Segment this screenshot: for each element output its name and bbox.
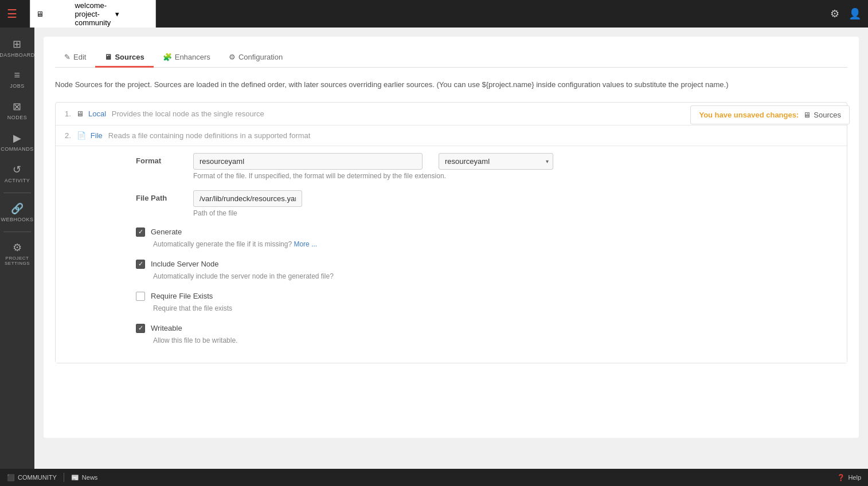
generate-more-link[interactable]: More ... bbox=[294, 240, 317, 248]
main-content: You have unsaved changes: 🖥 Sources ✎ Ed… bbox=[34, 28, 868, 469]
news-label: News bbox=[82, 474, 98, 481]
format-row: Format resourceyaml resourcexml bbox=[136, 153, 801, 180]
sidebar-item-commands[interactable]: ▶ COMMANDS bbox=[0, 126, 34, 158]
tab-edit[interactable]: ✎ Edit bbox=[55, 48, 95, 68]
sidebar-label-webhooks: WEBHOOKS bbox=[1, 217, 33, 222]
sidebar: ⊞ DASHBOARD ≡ JOBS ⊠ NODES ▶ COMMANDS ↺ … bbox=[0, 28, 34, 469]
sidebar-label-project-settings: PROJECT SETTINGS bbox=[0, 256, 34, 266]
format-select[interactable]: resourceyaml resourcexml json bbox=[439, 153, 553, 170]
help-icon: ❓ bbox=[837, 474, 845, 481]
enhancers-icon: 🧩 bbox=[163, 53, 172, 61]
include-server-node-row: Include Server Node bbox=[136, 260, 801, 269]
source-number-2: 2. bbox=[65, 131, 71, 140]
local-source-desc: Provides the local node as the single re… bbox=[112, 109, 264, 118]
configuration-icon: ⚙ bbox=[229, 53, 236, 61]
sidebar-item-jobs[interactable]: ≡ JOBS bbox=[0, 64, 34, 95]
sidebar-item-webhooks[interactable]: 🔗 WEBHOOKS bbox=[0, 197, 34, 228]
settings-icon[interactable]: ⚙ bbox=[830, 7, 839, 20]
footer-news[interactable]: 📰 News bbox=[71, 474, 98, 481]
file-source-icon: 📄 bbox=[77, 131, 86, 140]
help-label: Help bbox=[848, 474, 861, 481]
writeable-row: Writeable bbox=[136, 324, 801, 333]
menu-icon[interactable]: ☰ bbox=[7, 7, 23, 21]
topbar: ☰ 🖥 welcome-project-community ▾ ⚙ 👤 bbox=[0, 0, 868, 28]
filepath-label: File Path bbox=[136, 190, 193, 202]
format-select-wrapper: resourceyaml resourcexml json ▾ bbox=[439, 153, 553, 170]
tab-bar: ✎ Edit 🖥 Sources 🧩 Enhancers ⚙ Configura… bbox=[55, 48, 847, 68]
writeable-label: Writeable bbox=[151, 324, 182, 332]
tab-enhancers[interactable]: 🧩 Enhancers bbox=[154, 48, 220, 68]
project-name: welcome-project-community bbox=[75, 1, 111, 27]
sidebar-item-dashboard[interactable]: ⊞ DASHBOARD bbox=[0, 32, 34, 64]
sources-tab-icon: 🖥 bbox=[104, 53, 112, 61]
jobs-icon: ≡ bbox=[14, 69, 20, 81]
footer-community: ⬛ COMMUNITY bbox=[7, 474, 57, 481]
news-icon: 📰 bbox=[71, 474, 79, 481]
require-file-exists-section: Require File Exists Require that the fil… bbox=[136, 292, 801, 312]
generate-help: Automatically generate the file if it is… bbox=[153, 240, 801, 248]
writeable-checkbox[interactable] bbox=[136, 324, 145, 333]
sidebar-label-dashboard: DASHBOARD bbox=[0, 52, 34, 58]
writeable-help: Allow this file to be writable. bbox=[153, 336, 801, 344]
sidebar-item-nodes[interactable]: ⊠ NODES bbox=[0, 95, 34, 126]
rundeck-icon: ⬛ bbox=[7, 474, 15, 481]
local-source-icon: 🖥 bbox=[76, 109, 84, 118]
writeable-section: Writeable Allow this file to be writable… bbox=[136, 324, 801, 344]
filepath-content: Path of the file bbox=[193, 190, 801, 217]
activity-icon: ↺ bbox=[13, 163, 22, 176]
tab-sources[interactable]: 🖥 Sources bbox=[95, 48, 153, 68]
require-file-exists-checkbox[interactable] bbox=[136, 292, 145, 301]
local-source-link[interactable]: Local bbox=[88, 109, 106, 118]
format-help: Format of the file. If unspecified, the … bbox=[193, 172, 801, 180]
project-icon: 🖥 bbox=[36, 10, 70, 18]
file-source-desc: Reads a file containing node definitions… bbox=[108, 131, 311, 140]
page-description: Node Sources for the project. Sources ar… bbox=[55, 79, 847, 91]
user-icon[interactable]: 👤 bbox=[849, 7, 861, 20]
sidebar-label-jobs: JOBS bbox=[10, 83, 25, 89]
sidebar-item-activity[interactable]: ↺ ACTIVITY bbox=[0, 158, 34, 189]
sidebar-item-project-settings[interactable]: ⚙ PROJECT SETTINGS bbox=[0, 236, 34, 272]
generate-row: Generate bbox=[136, 228, 801, 237]
webhooks-icon: 🔗 bbox=[11, 202, 24, 215]
require-file-exists-help: Require that the file exists bbox=[153, 304, 801, 312]
include-server-node-label: Include Server Node bbox=[151, 260, 219, 268]
unsaved-sources-link[interactable]: 🖥 Sources bbox=[803, 111, 841, 119]
unsaved-sources-icon: 🖥 bbox=[803, 111, 811, 119]
file-source-link[interactable]: File bbox=[91, 131, 103, 140]
main-card: ✎ Edit 🖥 Sources 🧩 Enhancers ⚙ Configura… bbox=[44, 37, 859, 438]
sidebar-label-commands: COMMANDS bbox=[1, 146, 34, 152]
include-server-node-checkbox[interactable] bbox=[136, 260, 145, 269]
community-label: COMMUNITY bbox=[18, 474, 57, 481]
edit-icon: ✎ bbox=[64, 53, 71, 61]
unsaved-text: You have unsaved changes: bbox=[699, 111, 799, 119]
include-server-node-section: Include Server Node Automatically includ… bbox=[136, 260, 801, 280]
sidebar-divider bbox=[3, 193, 31, 193]
layout: ⊞ DASHBOARD ≡ JOBS ⊠ NODES ▶ COMMANDS ↺ … bbox=[0, 28, 868, 469]
dashboard-icon: ⊞ bbox=[13, 38, 22, 50]
tab-configuration[interactable]: ⚙ Configuration bbox=[220, 48, 292, 68]
generate-checkbox[interactable] bbox=[136, 228, 145, 237]
source-number-1: 1. bbox=[65, 109, 71, 118]
topbar-actions: ⚙ 👤 bbox=[830, 7, 861, 20]
file-source-detail: Format resourceyaml resourcexml bbox=[56, 146, 847, 363]
filepath-input[interactable] bbox=[193, 190, 302, 207]
file-source-form: Format resourceyaml resourcexml bbox=[56, 146, 847, 363]
file-source-header: 2. 📄 File Reads a file containing node d… bbox=[56, 126, 847, 146]
format-content: resourceyaml resourcexml json ▾ Format o… bbox=[193, 153, 801, 180]
footer: ⬛ COMMUNITY 📰 News ❓ Help bbox=[0, 469, 868, 486]
project-selector[interactable]: 🖥 welcome-project-community ▾ bbox=[30, 0, 156, 30]
include-server-node-help: Automatically include the server node in… bbox=[153, 272, 801, 280]
format-input[interactable] bbox=[193, 153, 423, 170]
sidebar-divider-2 bbox=[3, 232, 31, 232]
dropdown-arrow-icon: ▾ bbox=[115, 10, 149, 18]
filepath-row: File Path Path of the file bbox=[136, 190, 801, 217]
generate-label: Generate bbox=[151, 228, 182, 236]
filepath-help: Path of the file bbox=[193, 209, 801, 217]
footer-help[interactable]: ❓ Help bbox=[837, 474, 861, 481]
generate-section: Generate Automatically generate the file… bbox=[136, 228, 801, 248]
source-item-file: 2. 📄 File Reads a file containing node d… bbox=[56, 126, 847, 363]
sidebar-label-nodes: NODES bbox=[7, 115, 28, 120]
nodes-icon: ⊠ bbox=[13, 100, 22, 113]
require-file-exists-row: Require File Exists bbox=[136, 292, 801, 301]
unsaved-changes-banner: You have unsaved changes: 🖥 Sources bbox=[690, 105, 850, 124]
